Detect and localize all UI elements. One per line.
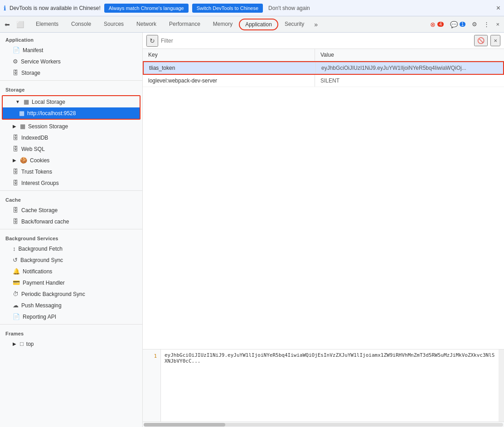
sidebar-item-manifest-label: Manifest: [23, 47, 43, 53]
always-match-language-button[interactable]: Always match Chrome's language: [104, 4, 189, 13]
info-icon: ℹ: [4, 5, 6, 12]
sidebar-item-trust-tokens[interactable]: 🗄 Trust Tokens: [0, 166, 142, 177]
line-numbers: 1: [143, 349, 161, 422]
table-row[interactable]: tlias_token eyJhbGciOiJIUzI1NiJ9.eyJuYW1…: [143, 61, 504, 75]
tab-back-button[interactable]: ⬅: [2, 19, 13, 30]
sidebar-item-websql[interactable]: 🗄 Web SQL: [0, 143, 142, 155]
table-cell-key-tlias: tlias_token: [144, 62, 316, 74]
sidebar-item-session-storage[interactable]: ▶ ▦ Session Storage: [0, 121, 142, 132]
table-cell-key-loglevel: loglevel:webpack-dev-server: [143, 75, 315, 87]
info-bar: ℹ DevTools is now available in Chinese! …: [0, 0, 504, 16]
sidebar-item-notifications[interactable]: 🔔 Notifications: [0, 266, 142, 277]
tab-application[interactable]: Application: [239, 19, 278, 30]
session-storage-expand-icon: ▶: [13, 124, 16, 129]
session-storage-icon: ▦: [20, 123, 25, 130]
sidebar-item-websql-label: Web SQL: [21, 146, 45, 152]
table-row[interactable]: loglevel:webpack-dev-server SILENT: [143, 75, 504, 87]
sidebar-section-storage: Storage: [0, 82, 142, 94]
tab-dock-button[interactable]: ⬜: [14, 19, 27, 30]
sidebar-item-interest-groups[interactable]: 🗄 Interest Groups: [0, 177, 142, 189]
preview-text-content: eyJhbGciOiJIUzI1NiJ9.eyJuYW1lIjoiNYeR5bq…: [161, 349, 499, 422]
sidebar-item-reporting-api-label: Reporting API: [23, 314, 56, 320]
settings-button[interactable]: ⚙: [469, 19, 480, 29]
tab-elements[interactable]: Elements: [29, 18, 65, 31]
col-header-key: Key: [143, 49, 315, 61]
local-storage-expand-icon: ▼: [15, 99, 20, 104]
table-header: Key Value: [143, 49, 504, 61]
sidebar-item-bg-fetch[interactable]: ↕ Background Fetch: [0, 243, 142, 254]
sidebar-item-cache-storage[interactable]: 🗄 Cache Storage: [0, 204, 142, 216]
table-cell-value-tlias: eyJhbGciOiJIUzI1NiJ9.eyJuYW1lIjoiNYeR5bq…: [316, 62, 503, 74]
sidebar-item-bg-sync-label: Background Sync: [20, 257, 63, 263]
error-count-badge: 4: [437, 22, 444, 27]
more-options-button[interactable]: ⋮: [481, 19, 492, 29]
sidebar-item-bg-sync[interactable]: ↺ Background Sync: [0, 254, 142, 266]
sidebar-item-indexeddb-label: IndexedDB: [21, 135, 48, 141]
sidebar-item-cache-storage-label: Cache Storage: [21, 207, 58, 214]
sidebar-item-backforward-cache[interactable]: 🗄 Back/forward cache: [0, 216, 142, 227]
payment-handler-icon: 💳: [13, 279, 20, 286]
tab-security[interactable]: Security: [278, 18, 310, 31]
sidebar-item-payment-handler-label: Payment Handler: [23, 280, 65, 286]
sidebar-item-push-messaging[interactable]: ☁ Push Messaging: [0, 300, 142, 311]
switch-to-chinese-button[interactable]: Switch DevTools to Chinese: [192, 4, 263, 13]
bg-fetch-icon: ↕: [13, 245, 16, 252]
bottom-scrollbar-container: [143, 422, 504, 427]
sidebar-item-payment-handler[interactable]: 💳 Payment Handler: [0, 277, 142, 288]
line-number-1: 1: [143, 352, 160, 360]
sidebar-item-local-storage[interactable]: ▼ ▦ Local Storage: [3, 96, 140, 107]
info-bar-close-button[interactable]: ×: [496, 4, 500, 12]
cookies-icon: 🍪: [20, 157, 27, 164]
filter-close-button[interactable]: ×: [490, 35, 500, 46]
sidebar-item-notifications-label: Notifications: [23, 268, 52, 275]
content-area: ↻ 🚫 × Key Value tlias_token eyJhbGciOiJI…: [143, 33, 504, 427]
sidebar-item-cookies-label: Cookies: [30, 157, 49, 164]
sidebar-item-service-workers-label: Service Workers: [21, 58, 61, 65]
frames-expand-icon: ▶: [13, 341, 16, 346]
sidebar-item-cookies[interactable]: ▶ 🍪 Cookies: [0, 155, 142, 166]
sidebar-item-localhost-9528[interactable]: ▦ http://localhost:9528: [3, 107, 140, 119]
sidebar-item-storage-label: Storage: [21, 70, 40, 76]
close-devtools-button[interactable]: ×: [493, 19, 502, 29]
filter-clear-button[interactable]: 🚫: [474, 35, 488, 46]
sidebar-item-push-messaging-label: Push Messaging: [21, 302, 62, 309]
tab-bar-right: ⊗ 4 💬 1 ⚙ ⋮ ×: [427, 19, 502, 30]
sidebar-item-periodic-bg-sync[interactable]: ⏱ Periodic Background Sync: [0, 288, 142, 300]
tab-more-button[interactable]: »: [310, 19, 321, 30]
sidebar-item-interest-groups-label: Interest Groups: [21, 180, 59, 186]
sidebar-item-frames-top[interactable]: ▶ □ top: [0, 338, 142, 349]
filter-refresh-button[interactable]: ↻: [146, 35, 158, 47]
sidebar-item-local-storage-label: Local Storage: [32, 99, 65, 105]
dont-show-again-link[interactable]: Don't show again: [268, 5, 310, 11]
message-icon: 💬: [450, 21, 458, 28]
info-bar-text: DevTools is now available in Chinese!: [10, 5, 101, 11]
filter-input[interactable]: [161, 38, 471, 44]
notifications-icon: 🔔: [13, 268, 20, 275]
manifest-icon: 📄: [13, 47, 20, 53]
sidebar-item-storage[interactable]: 🗄 Storage: [0, 67, 142, 78]
sidebar-item-indexeddb[interactable]: 🗄 IndexedDB: [0, 132, 142, 143]
reporting-api-icon: 📄: [13, 313, 20, 320]
tab-performance[interactable]: Performance: [163, 18, 207, 31]
sidebar: Application 📄 Manifest ⚙ Service Workers…: [0, 33, 143, 427]
sidebar-item-bg-fetch-label: Background Fetch: [19, 246, 63, 252]
error-badge-item[interactable]: ⊗ 4: [427, 19, 446, 30]
message-badge-item[interactable]: 💬 1: [447, 19, 469, 30]
bottom-scrollbar-track[interactable]: [144, 423, 503, 427]
tab-sources[interactable]: Sources: [97, 18, 130, 31]
tab-network[interactable]: Network: [130, 18, 163, 31]
sidebar-item-trust-tokens-label: Trust Tokens: [21, 169, 52, 175]
sidebar-item-manifest[interactable]: 📄 Manifest: [0, 44, 142, 56]
sidebar-item-service-workers[interactable]: ⚙ Service Workers: [0, 56, 142, 67]
cookies-expand-icon: ▶: [13, 158, 16, 163]
message-count-badge: 1: [460, 22, 466, 27]
bg-sync-icon: ↺: [13, 257, 18, 263]
bottom-scrollbar-thumb[interactable]: [144, 423, 225, 427]
sidebar-item-top-label: top: [26, 341, 34, 347]
storage-app-icon: 🗄: [13, 69, 19, 76]
tab-console[interactable]: Console: [65, 18, 97, 31]
sidebar-section-frames: Frames: [0, 326, 142, 338]
preview-right-scrollbar[interactable]: [499, 349, 504, 422]
tab-memory[interactable]: Memory: [207, 18, 239, 31]
sidebar-item-reporting-api[interactable]: 📄 Reporting API: [0, 311, 142, 322]
